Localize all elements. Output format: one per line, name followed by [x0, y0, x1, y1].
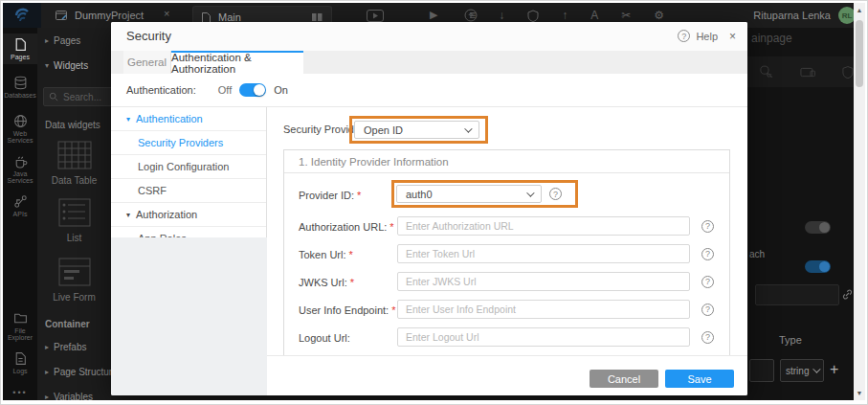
sidebar-item-java-services[interactable]: Java Services	[3, 150, 37, 188]
chevron-down-icon	[464, 124, 472, 132]
nav-group-authentication[interactable]: ▾ Authentication	[111, 107, 266, 131]
window-scrollbar[interactable]: ▲ ▼	[854, 3, 865, 400]
list-icon	[58, 198, 91, 227]
param-name-input[interactable]	[749, 359, 774, 382]
sidebar-item-file-explorer[interactable]: File Explorer	[3, 307, 37, 345]
property-label: ach	[749, 249, 765, 259]
panel-section-pages[interactable]: ▸ Pages	[37, 35, 80, 46]
rail-label: File Explorer	[3, 327, 37, 341]
dialog-title: Security	[126, 29, 171, 43]
field-label-wrap: User Info Endpoint:*	[299, 301, 397, 318]
help-button[interactable]: ? Help	[678, 30, 718, 42]
more-menu-icon[interactable]: ≡	[469, 9, 476, 22]
field-row-jwks-url: JWKS Url:* ?	[299, 272, 729, 291]
scrollbar-thumb[interactable]	[856, 20, 863, 87]
dialog-header: Security ? Help ×	[111, 22, 747, 51]
authentication-toggle[interactable]	[239, 83, 266, 97]
device-preview-icon[interactable]	[800, 66, 815, 79]
more-options-icon[interactable]: •••	[3, 388, 37, 397]
add-param-icon[interactable]: +	[830, 361, 838, 378]
widget-tile-list[interactable]: List	[37, 198, 111, 243]
field-help-icon[interactable]: ?	[701, 220, 714, 233]
provider-form: Security Provider: Open ID 1. Identity P…	[267, 107, 738, 355]
widget-search-input[interactable]: Search...	[43, 87, 111, 106]
logout-url-input[interactable]	[397, 327, 690, 347]
panel-link-label: Page Structure	[54, 367, 111, 377]
field-row-logout-url: Logout Url: ?	[299, 327, 729, 347]
sidebar-item-web-services[interactable]: Web Services	[3, 110, 37, 147]
coffee-cup-icon	[13, 154, 28, 169]
security-shield-icon[interactable]	[527, 10, 539, 22]
globe-icon	[13, 114, 28, 128]
tab-authentication-authorization[interactable]: Authentication & Authorization	[171, 51, 303, 74]
save-button[interactable]: Save	[665, 370, 734, 388]
scroll-up-icon[interactable]: ▲	[854, 7, 865, 13]
sidebar-item-logs[interactable]: Logs	[3, 348, 37, 378]
nav-item-login-configuration[interactable]: Login Configuration	[111, 155, 266, 179]
widget-tile-live-form[interactable]: Live Form	[37, 258, 111, 303]
security-provider-select[interactable]: Open ID	[354, 121, 479, 139]
field-help-icon[interactable]: ?	[701, 331, 714, 344]
type-select[interactable]: string	[780, 359, 824, 382]
rail-label: Pages	[11, 54, 30, 60]
close-dialog-icon[interactable]: ×	[729, 30, 736, 43]
field-help-icon[interactable]: ?	[549, 188, 562, 200]
property-toggle-off[interactable]	[805, 221, 831, 234]
close-project-icon[interactable]: ×	[164, 8, 169, 19]
annotation-highlight-provider: Open ID	[349, 116, 488, 144]
token-url-input[interactable]	[397, 244, 690, 263]
shield-outline-icon[interactable]	[842, 65, 854, 79]
required-asterisk: *	[391, 304, 395, 316]
field-help-icon[interactable]: ?	[701, 304, 714, 316]
nav-item-csrf[interactable]: CSRF	[111, 179, 266, 203]
annotation-highlight-provider-id: auth0 ?	[391, 180, 578, 208]
app-window: DummyProject × Main ▶ ≡ ↓ ↑ A ✂ ⚙ Ritupa…	[0, 0, 868, 405]
sidebar-item-apis[interactable]: APIs	[3, 191, 37, 221]
field-row-user-info-endpoint: User Info Endpoint:* ?	[299, 300, 729, 319]
split-view-icon[interactable]	[311, 12, 323, 22]
section-title: 1. Identity Provider Information	[284, 150, 729, 173]
settings-gear-icon[interactable]: ⚙	[654, 9, 664, 22]
field-row-authorization-url: Authorization URL:* ?	[299, 216, 729, 236]
provider-id-select[interactable]: auth0	[396, 185, 542, 203]
sidebar-item-pages[interactable]: Pages	[3, 34, 37, 64]
user-info-endpoint-input[interactable]	[397, 300, 690, 319]
toggle-on-label: On	[274, 84, 288, 96]
scroll-down-icon[interactable]: ▼	[854, 390, 865, 396]
chevron-right-icon: ▸	[45, 36, 49, 45]
nav-item-security-providers[interactable]: Security Providers	[111, 131, 266, 155]
run-icon[interactable]: ▶	[430, 9, 437, 21]
widget-tile-data-table[interactable]: Data Table	[37, 141, 111, 186]
export-icon[interactable]: ↑	[562, 9, 568, 22]
panel-link-variables[interactable]: ▸ Variables	[37, 392, 93, 400]
property-toggle-on[interactable]	[805, 260, 831, 273]
nav-group-authorization[interactable]: ▾ Authorization	[111, 203, 266, 227]
panel-section-widgets[interactable]: ▾ Widgets	[37, 60, 88, 71]
tile-label: Live Form	[53, 292, 95, 303]
rail-label: Web Services	[3, 130, 37, 144]
tab-general[interactable]: General	[123, 51, 171, 74]
chevron-right-icon: ▸	[45, 393, 49, 400]
localization-icon[interactable]: A	[590, 9, 598, 22]
field-help-icon[interactable]: ?	[701, 276, 714, 288]
cancel-button[interactable]: Cancel	[590, 370, 658, 388]
import-icon[interactable]: ↓	[499, 9, 504, 22]
authentication-toggle-row: Authentication: Off On	[111, 74, 747, 106]
wavemaker-logo-icon[interactable]	[3, 3, 41, 28]
branch-icon[interactable]: ✂	[621, 9, 631, 22]
panel-link-page-structure[interactable]: ▸ Page Structure	[37, 367, 111, 377]
property-value-input[interactable]	[755, 284, 839, 305]
jwks-url-input[interactable]	[397, 272, 690, 291]
rail-label: APIs	[13, 211, 28, 217]
preview-video-icon[interactable]	[367, 10, 384, 22]
panel-link-prefabs[interactable]: ▸ Prefabs	[37, 342, 86, 352]
field-help-icon[interactable]: ?	[701, 248, 714, 260]
bind-link-icon[interactable]	[841, 288, 854, 301]
panel-link-label: Prefabs	[54, 342, 86, 352]
panel-section-label: Pages	[54, 35, 80, 46]
project-name: DummyProject	[75, 10, 144, 21]
user-menu[interactable]: Rituparna Lenka RL	[753, 3, 856, 28]
authorization-url-input[interactable]	[397, 216, 690, 236]
inspect-cursor-icon[interactable]	[759, 64, 773, 79]
sidebar-item-databases[interactable]: Databases	[3, 72, 37, 102]
